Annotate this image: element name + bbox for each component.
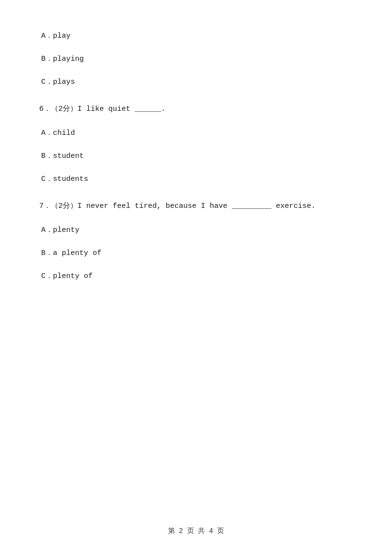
option-a-play: A．play — [39, 29, 353, 43]
question-text: 6．（2分）I like quiet ______. — [39, 105, 166, 113]
option-label: C．students — [41, 175, 88, 183]
option-label: B．playing — [41, 55, 84, 63]
option-label: B．student — [41, 152, 84, 160]
option-label: A．play — [41, 32, 71, 40]
option-label: A．plenty — [41, 226, 79, 234]
option-label: C．plays — [41, 78, 75, 86]
option-label: A．child — [41, 129, 75, 137]
option-label: C．plenty of — [41, 272, 93, 280]
page-footer: 第 2 页 共 4 页 — [0, 527, 392, 535]
option-label: B．a plenty of — [41, 249, 101, 257]
option-c-plenty-of: C．plenty of — [39, 270, 353, 283]
option-c-students: C．students — [39, 173, 353, 186]
option-b-a-plenty-of: B．a plenty of — [39, 247, 353, 260]
question-7: 7．（2分）I never feel tired, because I have… — [39, 200, 353, 213]
page-number: 第 2 页 共 4 页 — [168, 527, 224, 535]
option-b-playing: B．playing — [39, 52, 353, 66]
page-content: A．play B．playing C．plays 6．（2分）I like qu… — [0, 0, 392, 335]
option-a-plenty: A．plenty — [39, 224, 353, 237]
option-a-child: A．child — [39, 126, 353, 140]
option-b-student: B．student — [39, 150, 353, 163]
question-text: 7．（2分）I never feel tired, because I have… — [39, 202, 316, 210]
question-6: 6．（2分）I like quiet ______. — [39, 102, 353, 116]
option-c-plays: C．plays — [39, 76, 353, 89]
